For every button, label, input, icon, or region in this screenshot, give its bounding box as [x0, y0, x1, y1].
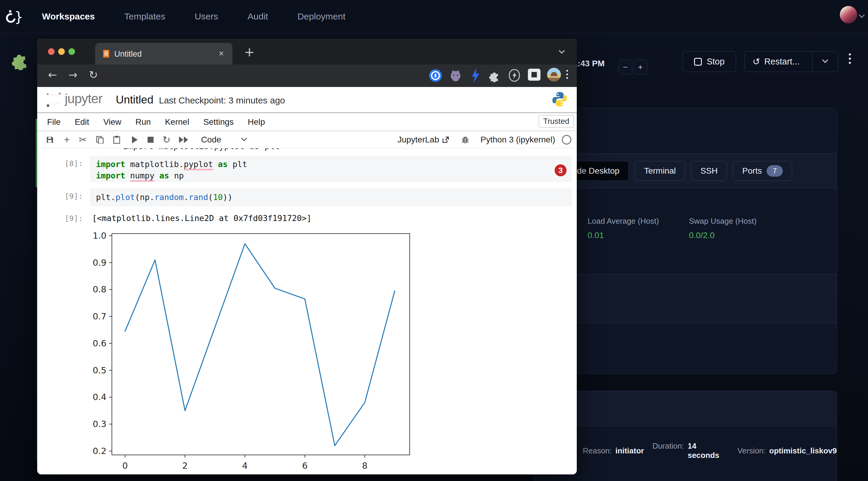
- tab-strip: Untitled × +: [37, 39, 577, 64]
- notification-badge[interactable]: 3: [554, 163, 567, 177]
- code-cell-input[interactable]: import matplotlib.pyplot as pltimport nu…: [90, 156, 571, 182]
- kernel-name[interactable]: Python 3 (ipykernel): [480, 135, 555, 145]
- window-minimize-button[interactable]: [58, 48, 65, 55]
- workspace-kebab-menu[interactable]: [849, 53, 851, 64]
- jupyter-menubar: FileEditViewRunKernelSettingsHelp Truste…: [37, 113, 577, 131]
- run-icon[interactable]: [131, 136, 138, 143]
- tab-close-icon[interactable]: ×: [219, 48, 224, 59]
- notebook-title[interactable]: Untitled: [116, 94, 153, 106]
- window-maximize-button[interactable]: [68, 48, 75, 55]
- access-buttons: Code DesktopTerminalSSHPorts7: [557, 161, 792, 181]
- zoom-in-button[interactable]: +: [633, 60, 647, 74]
- stat: Swap Usage (Host)0.0/2.0: [689, 217, 756, 240]
- output-prompt: [9]:: [49, 214, 83, 223]
- build-header-band: [534, 391, 837, 426]
- insert-cell-icon[interactable]: +: [64, 134, 70, 146]
- restart-split-button[interactable]: ↺ Restart...: [744, 51, 838, 72]
- puzzle-app-icon[interactable]: [7, 48, 31, 71]
- terminal-button[interactable]: Terminal: [634, 161, 685, 181]
- menu-edit[interactable]: Edit: [75, 117, 89, 127]
- nav-item-deployment[interactable]: Deployment: [298, 11, 345, 22]
- meta-reason: Reason:initiator: [583, 446, 644, 455]
- restart-options-button[interactable]: [812, 52, 838, 72]
- code-lines: plt.plot(np.random.rand(10)): [96, 192, 566, 203]
- code-lines: import matplotlib.pyplot as pltimport nu…: [96, 159, 566, 182]
- jupyter-header: jupyter Untitled Last Checkpoint: 3 minu…: [37, 87, 577, 113]
- svg-text:4: 4: [242, 460, 247, 471]
- tab-title: Untitled: [114, 50, 142, 59]
- resource-row-band: [534, 274, 837, 324]
- debugger-bug-icon[interactable]: [461, 135, 470, 144]
- paste-icon[interactable]: [113, 135, 121, 144]
- jupyterlab-link[interactable]: JupyterLab: [397, 135, 439, 145]
- nav-item-templates[interactable]: Templates: [124, 11, 165, 22]
- cell-type-chevron-icon[interactable]: [242, 135, 247, 141]
- profile-avatar[interactable]: [547, 68, 561, 82]
- menu-view[interactable]: View: [103, 117, 121, 127]
- menu-help[interactable]: Help: [248, 117, 265, 127]
- stop-button[interactable]: Stop: [683, 51, 736, 72]
- user-avatar[interactable]: [840, 6, 857, 23]
- svg-text:0.5: 0.5: [93, 365, 106, 376]
- copy-icon[interactable]: [96, 136, 104, 143]
- output-text: [<matplotlib.lines.Line2D at 0x7fd03f191…: [92, 214, 312, 223]
- new-tab-button[interactable]: +: [244, 45, 255, 59]
- svg-text:2: 2: [182, 460, 188, 471]
- onepassword-icon[interactable]: [429, 69, 442, 82]
- cell-type-select[interactable]: Code: [201, 135, 221, 145]
- cut-icon[interactable]: ✂: [79, 134, 87, 146]
- restart-label: Restart...: [764, 57, 800, 67]
- external-link-icon: [442, 136, 449, 143]
- zoom-out-button[interactable]: −: [618, 60, 632, 74]
- jupyter-logo-icon: [45, 91, 62, 108]
- tab-capture-icon[interactable]: [528, 69, 540, 81]
- back-icon[interactable]: ←: [48, 69, 57, 81]
- restart-chevron-down-icon: [822, 57, 828, 63]
- coder-logo-icon[interactable]: }: [4, 7, 22, 25]
- jupyter-brand[interactable]: jupyter: [65, 91, 102, 106]
- svg-text:0: 0: [122, 460, 128, 471]
- browser-kebab-menu-icon[interactable]: [566, 70, 568, 79]
- code-cell-input[interactable]: plt.plot(np.random.rand(10)): [90, 189, 571, 206]
- top-nav: } WorkspacesTemplatesUsersAuditDeploymen…: [0, 0, 868, 33]
- bolt-icon[interactable]: [470, 68, 480, 83]
- trusted-button[interactable]: Trusted: [539, 115, 574, 127]
- save-icon[interactable]: [46, 136, 54, 143]
- svg-text:0.2: 0.2: [93, 446, 106, 456]
- browser-tab[interactable]: Untitled ×: [95, 43, 232, 64]
- cell-prompt: [9]:: [49, 192, 83, 201]
- restart-kernel-icon[interactable]: ↻: [162, 134, 170, 146]
- menu-run[interactable]: Run: [135, 117, 151, 127]
- avatar-chevron-down-icon[interactable]: [859, 12, 865, 18]
- extensions-puzzle-icon[interactable]: [488, 69, 501, 82]
- browser-toolbar: ← → ↻ 5555--main--test--matifali.atif.cd…: [37, 64, 577, 87]
- nav-item-audit[interactable]: Audit: [247, 11, 268, 22]
- svg-text:6: 6: [302, 460, 307, 471]
- chart-svg: 0.20.30.40.50.60.70.80.91.002468: [90, 231, 456, 474]
- restart-button[interactable]: ↺ Restart...: [745, 52, 807, 72]
- svg-text:8: 8: [362, 460, 367, 471]
- nav-item-workspaces[interactable]: Workspaces: [42, 11, 95, 22]
- stop-square-icon: [694, 58, 702, 66]
- restart-icon: ↺: [752, 56, 760, 67]
- ghostery-icon[interactable]: [507, 68, 521, 83]
- svg-text:1.0: 1.0: [93, 231, 106, 241]
- tab-search-chevron-icon[interactable]: [559, 48, 565, 54]
- reload-icon[interactable]: ↻: [89, 69, 98, 81]
- github-icon[interactable]: [449, 69, 463, 83]
- menu-kernel[interactable]: Kernel: [165, 117, 189, 127]
- ssh-button[interactable]: SSH: [691, 161, 727, 181]
- interrupt-kernel-icon[interactable]: [148, 137, 154, 143]
- checkpoint-status: Last Checkpoint: 3 minutes ago: [159, 95, 285, 105]
- forward-icon[interactable]: →: [68, 69, 78, 81]
- nav-item-users[interactable]: Users: [195, 11, 218, 22]
- svg-text:0.4: 0.4: [93, 392, 106, 402]
- svg-text:0.8: 0.8: [93, 284, 106, 294]
- jupyter-toolbar: + ✂ ↻ Code JupyterLab Python 3 (ipykerne…: [37, 131, 577, 148]
- menu-file[interactable]: File: [47, 117, 61, 127]
- browser-window: Untitled × + ← → ↻ 5555--main--test--mat…: [37, 39, 577, 474]
- window-close-button[interactable]: [48, 48, 55, 55]
- run-all-icon[interactable]: [179, 136, 189, 143]
- ports-button[interactable]: Ports7: [733, 161, 792, 181]
- menu-settings[interactable]: Settings: [203, 117, 234, 127]
